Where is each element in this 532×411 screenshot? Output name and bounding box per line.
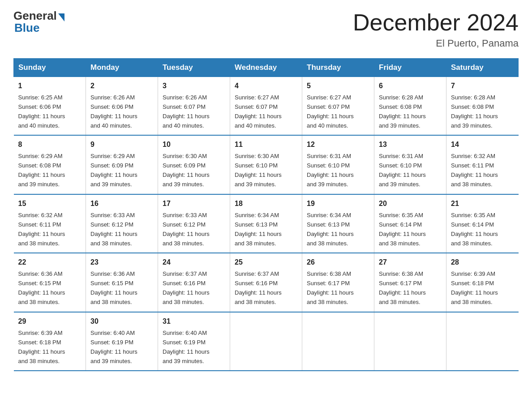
day-number: 22 xyxy=(18,257,82,268)
cell-week2-day1: 9Sunrise: 6:29 AMSunset: 6:09 PMDaylight… xyxy=(86,135,158,194)
day-info: Sunrise: 6:36 AMSunset: 6:15 PMDaylight:… xyxy=(90,270,137,305)
day-number: 5 xyxy=(307,81,369,92)
day-info: Sunrise: 6:32 AMSunset: 6:11 PMDaylight:… xyxy=(451,153,498,188)
day-number: 10 xyxy=(163,139,225,150)
week-row-5: 29Sunrise: 6:39 AMSunset: 6:18 PMDayligh… xyxy=(14,312,519,371)
day-info: Sunrise: 6:32 AMSunset: 6:11 PMDaylight:… xyxy=(18,212,65,247)
day-info: Sunrise: 6:40 AMSunset: 6:19 PMDaylight:… xyxy=(90,330,137,364)
page-header: General Blue December 2024 El Puerto, Pa… xyxy=(13,9,519,49)
day-number: 24 xyxy=(163,257,225,268)
cell-week1-day3: 4Sunrise: 6:27 AMSunset: 6:07 PMDaylight… xyxy=(230,77,302,136)
day-info: Sunrise: 6:29 AMSunset: 6:08 PMDaylight:… xyxy=(18,153,65,188)
day-info: Sunrise: 6:34 AMSunset: 6:13 PMDaylight:… xyxy=(307,212,354,247)
day-number: 15 xyxy=(18,198,82,210)
cell-week2-day5: 13Sunrise: 6:31 AMSunset: 6:10 PMDayligh… xyxy=(374,135,446,194)
header-thursday: Thursday xyxy=(302,59,374,77)
cell-week4-day5: 27Sunrise: 6:38 AMSunset: 6:17 PMDayligh… xyxy=(374,253,446,312)
cell-week4-day6: 28Sunrise: 6:39 AMSunset: 6:18 PMDayligh… xyxy=(446,253,519,312)
location-text: El Puerto, Panama xyxy=(353,38,519,49)
day-info: Sunrise: 6:40 AMSunset: 6:19 PMDaylight:… xyxy=(163,330,210,364)
week-row-1: 1Sunrise: 6:25 AMSunset: 6:06 PMDaylight… xyxy=(14,77,519,136)
cell-week5-day4 xyxy=(302,312,374,371)
day-number: 18 xyxy=(235,198,297,210)
day-info: Sunrise: 6:35 AMSunset: 6:14 PMDaylight:… xyxy=(451,212,498,247)
cell-week1-day1: 2Sunrise: 6:26 AMSunset: 6:06 PMDaylight… xyxy=(86,77,158,136)
header-friday: Friday xyxy=(374,59,446,77)
cell-week3-day1: 16Sunrise: 6:33 AMSunset: 6:12 PMDayligh… xyxy=(86,194,158,253)
day-info: Sunrise: 6:26 AMSunset: 6:06 PMDaylight:… xyxy=(90,94,137,129)
day-number: 11 xyxy=(235,139,297,150)
cell-week3-day6: 21Sunrise: 6:35 AMSunset: 6:14 PMDayligh… xyxy=(446,194,519,253)
header-saturday: Saturday xyxy=(446,59,519,77)
header-sunday: Sunday xyxy=(14,59,86,77)
cell-week1-day0: 1Sunrise: 6:25 AMSunset: 6:06 PMDaylight… xyxy=(14,77,86,136)
cell-week5-day2: 31Sunrise: 6:40 AMSunset: 6:19 PMDayligh… xyxy=(158,312,230,371)
cell-week3-day2: 17Sunrise: 6:33 AMSunset: 6:12 PMDayligh… xyxy=(158,194,230,253)
cell-week3-day3: 18Sunrise: 6:34 AMSunset: 6:13 PMDayligh… xyxy=(230,194,302,253)
day-number: 3 xyxy=(163,81,225,92)
day-number: 17 xyxy=(163,198,225,210)
header-tuesday: Tuesday xyxy=(158,59,230,77)
day-number: 28 xyxy=(451,257,514,268)
cell-week2-day2: 10Sunrise: 6:30 AMSunset: 6:09 PMDayligh… xyxy=(158,135,230,194)
cell-week2-day0: 8Sunrise: 6:29 AMSunset: 6:08 PMDaylight… xyxy=(14,135,86,194)
day-number: 25 xyxy=(235,257,297,268)
cell-week1-day5: 6Sunrise: 6:28 AMSunset: 6:08 PMDaylight… xyxy=(374,77,446,136)
cell-week3-day0: 15Sunrise: 6:32 AMSunset: 6:11 PMDayligh… xyxy=(14,194,86,253)
day-info: Sunrise: 6:39 AMSunset: 6:18 PMDaylight:… xyxy=(18,330,65,364)
day-number: 12 xyxy=(307,139,369,150)
cell-week4-day3: 25Sunrise: 6:37 AMSunset: 6:16 PMDayligh… xyxy=(230,253,302,312)
week-row-3: 15Sunrise: 6:32 AMSunset: 6:11 PMDayligh… xyxy=(14,194,519,253)
day-number: 8 xyxy=(18,139,82,150)
day-number: 16 xyxy=(90,198,153,210)
day-number: 29 xyxy=(18,316,82,327)
cell-week2-day6: 14Sunrise: 6:32 AMSunset: 6:11 PMDayligh… xyxy=(446,135,519,194)
cell-week5-day3 xyxy=(230,312,302,371)
day-number: 9 xyxy=(90,139,153,150)
cell-week3-day4: 19Sunrise: 6:34 AMSunset: 6:13 PMDayligh… xyxy=(302,194,374,253)
day-info: Sunrise: 6:37 AMSunset: 6:16 PMDaylight:… xyxy=(163,270,210,305)
logo: General Blue xyxy=(13,9,64,35)
day-info: Sunrise: 6:25 AMSunset: 6:06 PMDaylight:… xyxy=(18,94,65,129)
day-number: 7 xyxy=(451,81,514,92)
month-title: December 2024 xyxy=(353,9,519,36)
day-number: 27 xyxy=(379,257,442,268)
day-number: 30 xyxy=(90,316,153,327)
cell-week4-day1: 23Sunrise: 6:36 AMSunset: 6:15 PMDayligh… xyxy=(86,253,158,312)
cell-week5-day1: 30Sunrise: 6:40 AMSunset: 6:19 PMDayligh… xyxy=(86,312,158,371)
cell-week5-day0: 29Sunrise: 6:39 AMSunset: 6:18 PMDayligh… xyxy=(14,312,86,371)
day-info: Sunrise: 6:31 AMSunset: 6:10 PMDaylight:… xyxy=(307,153,354,188)
day-number: 13 xyxy=(379,139,442,150)
day-info: Sunrise: 6:29 AMSunset: 6:09 PMDaylight:… xyxy=(90,153,137,188)
cell-week5-day5 xyxy=(374,312,446,371)
day-number: 26 xyxy=(307,257,369,268)
cell-week1-day4: 5Sunrise: 6:27 AMSunset: 6:07 PMDaylight… xyxy=(302,77,374,136)
logo-blue-text: Blue xyxy=(14,21,39,35)
cell-week4-day2: 24Sunrise: 6:37 AMSunset: 6:16 PMDayligh… xyxy=(158,253,230,312)
day-number: 31 xyxy=(163,316,225,327)
cell-week5-day6 xyxy=(446,312,519,371)
day-number: 1 xyxy=(18,81,82,92)
day-info: Sunrise: 6:38 AMSunset: 6:17 PMDaylight:… xyxy=(379,270,426,305)
cell-week3-day5: 20Sunrise: 6:35 AMSunset: 6:14 PMDayligh… xyxy=(374,194,446,253)
week-row-2: 8Sunrise: 6:29 AMSunset: 6:08 PMDaylight… xyxy=(14,135,519,194)
cell-week4-day4: 26Sunrise: 6:38 AMSunset: 6:17 PMDayligh… xyxy=(302,253,374,312)
day-info: Sunrise: 6:31 AMSunset: 6:10 PMDaylight:… xyxy=(379,153,426,188)
day-info: Sunrise: 6:28 AMSunset: 6:08 PMDaylight:… xyxy=(379,94,426,129)
calendar-table: SundayMondayTuesdayWednesdayThursdayFrid… xyxy=(13,58,519,371)
day-info: Sunrise: 6:35 AMSunset: 6:14 PMDaylight:… xyxy=(379,212,426,247)
title-block: December 2024 El Puerto, Panama xyxy=(353,9,519,49)
cell-week1-day6: 7Sunrise: 6:28 AMSunset: 6:08 PMDaylight… xyxy=(446,77,519,136)
day-number: 4 xyxy=(235,81,297,92)
logo-arrow-icon xyxy=(58,13,64,21)
day-info: Sunrise: 6:34 AMSunset: 6:13 PMDaylight:… xyxy=(235,212,282,247)
day-number: 20 xyxy=(379,198,442,210)
day-number: 6 xyxy=(379,81,442,92)
calendar-header-row: SundayMondayTuesdayWednesdayThursdayFrid… xyxy=(14,59,519,77)
day-number: 23 xyxy=(90,257,153,268)
day-info: Sunrise: 6:27 AMSunset: 6:07 PMDaylight:… xyxy=(235,94,282,129)
day-info: Sunrise: 6:37 AMSunset: 6:16 PMDaylight:… xyxy=(235,270,282,305)
day-number: 2 xyxy=(90,81,153,92)
day-number: 14 xyxy=(451,139,514,150)
day-info: Sunrise: 6:26 AMSunset: 6:07 PMDaylight:… xyxy=(163,94,210,129)
